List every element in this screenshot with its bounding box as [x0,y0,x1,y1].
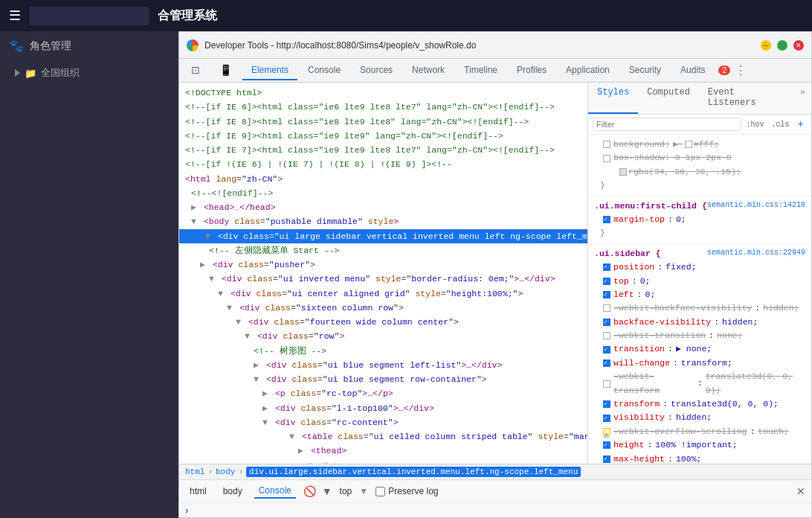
breadcrumb-active[interactable]: div.ui.large.sidebar.vertical.inverted.m… [246,467,581,477]
prop-checkbox[interactable] [603,304,610,312]
prop-checkbox[interactable] [603,441,610,449]
styles-filter-input[interactable] [593,118,741,131]
tab-security[interactable]: Security [620,61,670,80]
tab-network[interactable]: Network [403,61,454,80]
breadcrumb-html[interactable]: html [185,467,204,476]
prop-checkbox[interactable] [603,415,610,422]
styles-rule-sidebar: .ui.sidebar { semantic.min.css:22949 pos… [588,244,811,464]
menu-icon[interactable]: ☰ [9,7,21,24]
styles-prop: top: 0; [594,275,805,288]
html-line: ▼ <div class="sixteen column row"> [179,301,587,315]
console-filter-icon[interactable]: ▼ [322,485,332,497]
prop-checkbox[interactable] [603,346,610,354]
chrome-icon [187,39,199,51]
preserve-log-checkbox[interactable]: Preserve log [376,486,438,496]
html-line: <!--[if IE 9]><html class="ie9 lte9" lan… [179,129,587,143]
prop-checkbox[interactable] [603,141,610,148]
more-options-icon[interactable]: ⋮ [735,63,747,77]
devtools-panel: Developer Tools - http://localhost:8080/… [178,31,812,518]
maximize-button[interactable]: □ [777,40,787,51]
add-style-button[interactable]: + [795,118,807,130]
prop-checkbox[interactable] [603,400,610,408]
html-line: <!--[if IE 8]><html class="ie8 lte9 lte8… [179,115,587,129]
prop-checkbox[interactable] [603,380,610,388]
preserve-log-check[interactable] [376,487,385,496]
close-button[interactable]: ✕ [793,40,804,51]
styles-prop: -webkit-transform: translate3d(0, 0, 0); [594,370,805,397]
html-line: ▶ <div class="pusher"> [179,258,587,272]
prop-checkbox[interactable] [603,216,610,223]
html-line: ▼ <div class="row"> [179,329,587,343]
styles-prop: -webkit-transition: none; [594,329,805,342]
tab-event-listeners[interactable]: Event Listeners [699,83,794,114]
console-icons: 🚫 ▼ [303,485,332,497]
html-line: ▼ <tr> [179,458,587,464]
tab-styles[interactable]: Styles [588,83,638,114]
prop-checkbox[interactable] [603,332,610,339]
tab-console[interactable]: Console [299,61,349,80]
prop-checkbox[interactable] [603,291,610,298]
prop-checkbox[interactable] [603,455,610,463]
html-line: <!--[if IE 7]><html class="ie9 lte9 lte8… [179,143,587,157]
styles-prop: max-height: 100%; [594,453,805,464]
styles-prop: background: ▶ #fff; [594,138,805,151]
cls-button[interactable]: .cls [770,120,792,130]
html-line: <!-- 树形图 --> [179,344,587,358]
console-body-tab[interactable]: body [219,485,247,498]
tab-audits[interactable]: Audits [671,61,714,80]
console-dropdown-icon[interactable]: ▼ [359,486,368,496]
styles-panel: Styles Computed Event Listeners » :hov .… [588,83,811,464]
prop-checkbox[interactable] [603,359,610,367]
styles-source[interactable]: semantic.min.css:22949 [707,247,805,260]
folder-icon: 📁 [25,68,36,79]
breadcrumb: html › body › div.ui.large.sidebar.verti… [179,464,811,480]
styles-more-icon[interactable]: » [794,83,811,114]
console-input[interactable] [193,505,805,516]
breadcrumb-body[interactable]: body [216,467,235,476]
devtools-bottom: html › body › div.ui.large.sidebar.verti… [179,464,811,517]
html-line: ▼ <div class="ui inverted menu" style="b… [179,272,587,286]
tab-timeline[interactable]: Timeline [455,61,506,80]
styles-prop: visibility: hidden; [594,411,805,424]
topbar: ☰ 合管理系统 [0,0,812,31]
html-line: ▶ <thead> [179,444,587,458]
console-html-tab[interactable]: html [185,485,211,498]
console-bar: html body Console 🚫 ▼ top ▼ Preserve log… [179,480,811,502]
prop-checkbox[interactable] [603,263,610,271]
html-line: <!--[if IE 6]><html class="ie6 lte9 lte8… [179,100,587,114]
close-console-button[interactable]: ✕ [796,485,805,497]
prop-checkbox[interactable] [603,155,610,162]
tab-profiles[interactable]: Profiles [508,61,555,80]
main-layout: 🐾 角色管理 📁 全国组织 Developer Tools - http://l… [0,31,812,518]
minimize-button[interactable]: ─ [761,40,771,51]
devtools-title: Developer Tools - http://localhost:8080/… [204,40,755,51]
tab-computed[interactable]: Computed [638,83,699,114]
styles-prop: will-change: transform; [594,356,805,370]
html-line: <!-- 左侧隐藏菜单 Start --> [179,243,587,258]
styles-prop: position: fixed; [594,260,805,274]
prop-checkbox[interactable] [603,319,610,326]
devtools-icon-device[interactable]: 📱 [210,60,241,81]
prop-checkbox[interactable] [603,278,610,285]
html-line: <!--[if !(IE 6) | !(IE 7) | !(IE 8) | !(… [179,157,587,171]
prop-checkbox[interactable]: ⚠ [603,428,610,435]
sidebar-role-label: 角色管理 [30,39,71,53]
html-line: ▶ <div class="l-1-top100">…</div> [179,401,587,415]
search-input[interactable] [30,7,149,25]
html-line: ▶ <head>…</head> [179,200,587,214]
html-line: <!DOCTYPE html> [179,86,587,100]
html-line: ▶ <div class="ui blue segment left-list"… [179,358,587,372]
console-tab-active[interactable]: Console [254,484,296,499]
console-top-text: top [340,486,352,496]
styles-prop: left: 0; [594,288,805,301]
sidebar-tree-item-national[interactable]: 📁 全国组织 [0,60,178,86]
tab-elements[interactable]: Elements [242,61,297,80]
tab-application[interactable]: Application [557,61,619,80]
devtools-icon-pick[interactable]: ⊡ [182,60,209,81]
hov-button[interactable]: :hov [744,120,767,130]
styles-source[interactable]: semantic.min.css:14210 [707,199,805,213]
tab-sources[interactable]: Sources [351,61,402,80]
html-panel[interactable]: <!DOCTYPE html> <!--[if IE 6]><html clas… [179,83,588,464]
console-block-icon[interactable]: 🚫 [303,485,316,497]
html-line-selected: ▼ <div class="ui large sidebar vertical … [179,229,587,243]
